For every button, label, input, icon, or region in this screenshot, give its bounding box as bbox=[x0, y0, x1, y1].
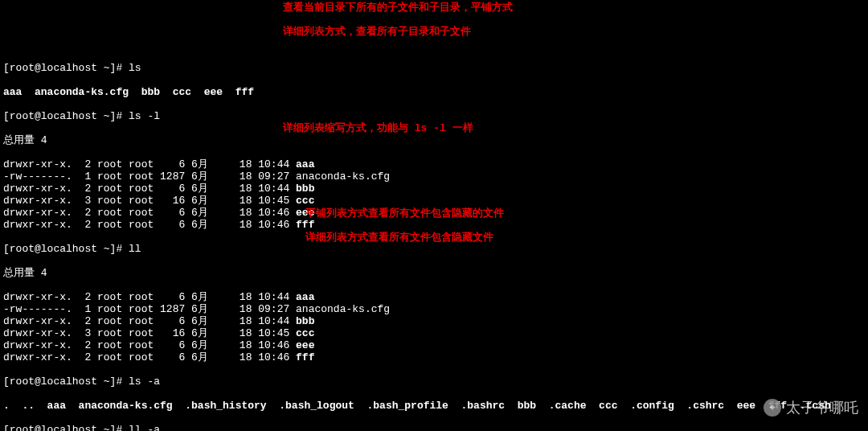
file-row: drwxr-xr-x. 2 root root 6 6月 18 10:44 aa… bbox=[3, 291, 865, 303]
file-name: aaa bbox=[296, 291, 314, 303]
file-name: aaa bbox=[296, 158, 314, 170]
annotation-ll-a: 详细列表方式查看所有文件包含隐藏文件 bbox=[305, 232, 493, 244]
prompt: [root@localhost ~]# bbox=[3, 110, 129, 122]
ls-l-listing: drwxr-xr-x. 2 root root 6 6月 18 10:44 aa… bbox=[3, 158, 865, 231]
file-row: -rw-------. 1 root root 1287 6月 18 09:27… bbox=[3, 170, 865, 183]
file-row: drwxr-xr-x. 3 root root 16 6月 18 10:45 c… bbox=[3, 195, 865, 207]
total-line: 总用量 4 bbox=[3, 267, 865, 279]
cmd-ls-l: ls -l bbox=[129, 110, 160, 122]
prompt: [root@localhost ~]# bbox=[3, 243, 129, 255]
wechat-icon: ✦ bbox=[764, 399, 781, 417]
file-row: drwxr-xr-x. 2 root root 6 6月 18 10:44 bb… bbox=[3, 315, 865, 327]
file-row: drwxr-xr-x. 3 root root 16 6月 18 10:45 c… bbox=[3, 327, 865, 339]
file-row: drwxr-xr-x. 2 root root 6 6月 18 10:46 ff… bbox=[3, 351, 865, 363]
cmd-ll: ll bbox=[129, 243, 141, 255]
file-name: bbb bbox=[296, 183, 314, 195]
ll-listing: drwxr-xr-x. 2 root root 6 6月 18 10:44 aa… bbox=[3, 291, 865, 363]
file-row: drwxr-xr-x. 2 root root 6 6月 18 10:46 ee… bbox=[3, 339, 865, 351]
total-line: 总用量 4 bbox=[3, 134, 865, 146]
annotation-ls-l: 详细列表方式，查看所有子目录和子文件 bbox=[283, 26, 471, 38]
prompt: [root@localhost ~]# bbox=[3, 62, 129, 74]
cmd-ls-a: ls -a bbox=[129, 376, 160, 388]
file-name: ccc bbox=[296, 195, 314, 207]
watermark-text: 太子爷哪吒 bbox=[786, 402, 858, 414]
file-name: fff bbox=[296, 351, 314, 363]
cmd-ll-a: ll -a bbox=[129, 424, 160, 431]
prompt: [root@localhost ~]# bbox=[3, 376, 129, 388]
file-name: anaconda-ks.cfg bbox=[296, 303, 390, 315]
file-row: -rw-------. 1 root root 1287 6月 18 09:27… bbox=[3, 303, 865, 315]
annotation-ls-a: 平铺列表方式查看所有文件包含隐藏的文件 bbox=[305, 207, 504, 220]
file-row: drwxr-xr-x. 2 root root 6 6月 18 10:46 ff… bbox=[3, 219, 865, 231]
file-name: fff bbox=[296, 219, 314, 231]
file-name: eee bbox=[296, 339, 314, 351]
annotation-ll: 详细列表缩写方式，功能与 ls -l 一样 bbox=[283, 122, 473, 134]
prompt: [root@localhost ~]# bbox=[3, 424, 129, 431]
cmd-ls: ls bbox=[129, 62, 141, 74]
file-row: drwxr-xr-x. 2 root root 6 6月 18 10:44 aa… bbox=[3, 158, 865, 170]
file-name: bbb bbox=[296, 315, 314, 327]
watermark: ✦ 太子爷哪吒 bbox=[764, 399, 858, 417]
file-row: drwxr-xr-x. 2 root root 6 6月 18 10:44 bb… bbox=[3, 183, 865, 195]
ls-a-output: . .. aaa anaconda-ks.cfg .bash_history .… bbox=[3, 400, 831, 412]
ls-output: aaa anaconda-ks.cfg bbb ccc eee fff bbox=[3, 86, 254, 98]
file-name: ccc bbox=[296, 327, 314, 339]
file-name: anaconda-ks.cfg bbox=[296, 170, 390, 183]
annotation-ls: 查看当前目录下所有的子文件和子目录，平铺方式 bbox=[283, 2, 513, 14]
